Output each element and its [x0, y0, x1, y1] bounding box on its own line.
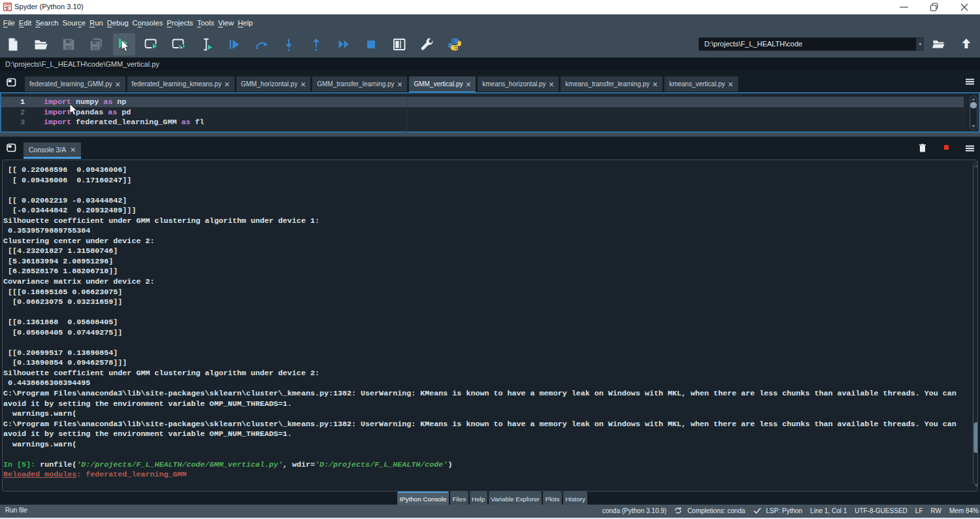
svg-text:S: S: [5, 5, 8, 11]
